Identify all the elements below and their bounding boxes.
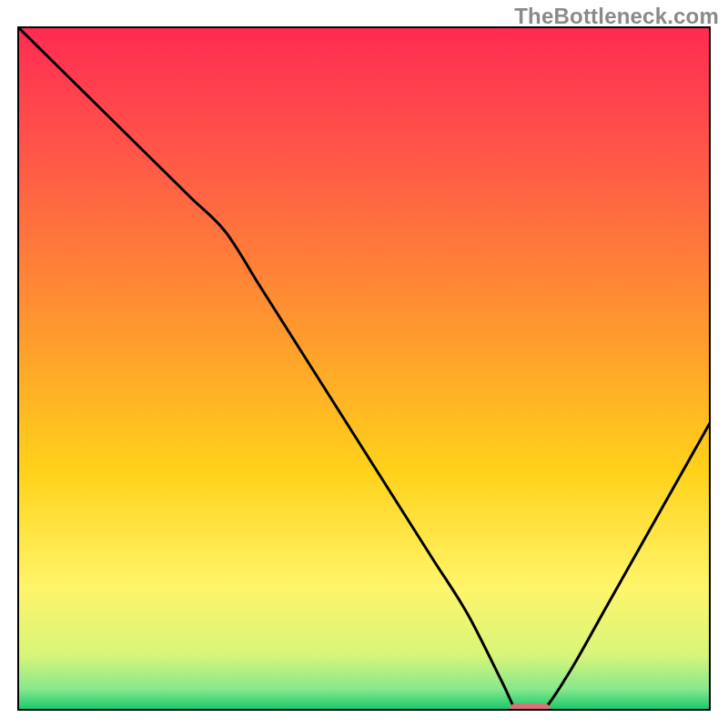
plot-area [18, 27, 710, 716]
bottleneck-chart [0, 0, 728, 728]
watermark-text: TheBottleneck.com [514, 4, 719, 29]
chart-container: TheBottleneck.com [0, 0, 728, 728]
